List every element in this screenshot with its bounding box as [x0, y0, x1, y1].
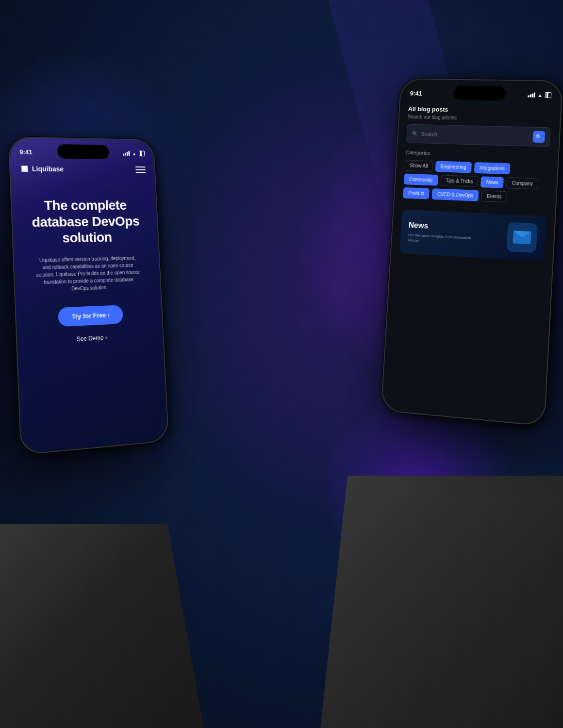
logo-area: Liquibase — [20, 165, 64, 174]
blog-search-subtitle: Search our blog articles — [408, 114, 551, 122]
status-icons-right: ▲ ▌ — [528, 92, 551, 98]
news-card-title: News — [408, 221, 475, 232]
status-time-right: 9:41 — [410, 89, 422, 97]
category-engineering[interactable]: Engineering — [435, 161, 472, 173]
pedestal-left — [0, 524, 204, 728]
envelope-icon — [513, 231, 531, 244]
signal-bar-r2 — [530, 95, 531, 98]
signal-bar-r3 — [531, 94, 533, 98]
news-card-icon — [507, 222, 538, 253]
category-news[interactable]: News — [480, 176, 504, 188]
category-product[interactable]: Product — [403, 187, 430, 199]
category-show-all[interactable]: Show All — [404, 160, 433, 171]
category-integrations[interactable]: Integrations — [474, 162, 510, 174]
news-card[interactable]: News Get the latest insights from innova… — [399, 210, 546, 262]
news-card-description: Get the latest insights from innovation … — [408, 232, 475, 246]
category-tips-tricks[interactable]: Tips & Tricks — [440, 175, 479, 187]
hamburger-line-3 — [136, 172, 146, 173]
logo-text: Liquibase — [32, 165, 64, 173]
hero-description: Liquibase offers version tracking, deplo… — [35, 254, 141, 294]
signal-bar-3 — [127, 152, 128, 156]
hamburger-line-2 — [135, 169, 146, 170]
hamburger-menu-icon[interactable] — [135, 166, 146, 173]
signal-bars-right — [528, 92, 535, 97]
signal-bar-2 — [125, 153, 126, 156]
wifi-icon-right: ▲ — [537, 92, 543, 98]
search-icon: 🔍 — [412, 131, 418, 137]
categories-grid: Show All Engineering Integrations Commun… — [403, 160, 549, 204]
categories-label: Categories — [405, 149, 549, 160]
see-demo-link[interactable]: See Demo › — [77, 334, 107, 342]
category-community[interactable]: Community — [404, 174, 438, 186]
try-free-button[interactable]: Try for Free › — [58, 305, 123, 327]
phone-screen-right: 9:41 ▲ ▌ Al — [381, 79, 562, 425]
battery-icon-right: ▌ — [545, 92, 551, 98]
wifi-icon: ▲ — [132, 151, 137, 156]
phone-screen-left: 9:41 ▲ ▌ — [9, 137, 168, 454]
phone-left: 9:41 ▲ ▌ — [8, 136, 169, 455]
signal-bar-1 — [123, 154, 124, 156]
search-bar[interactable]: 🔍 Search 🔍 — [406, 124, 551, 147]
category-company[interactable]: Company — [506, 177, 539, 189]
signal-bars-left — [123, 151, 130, 156]
pedestal-right — [320, 476, 563, 728]
hero-title: The complete database DevOps solution — [21, 198, 149, 247]
news-card-content: News Get the latest insights from innova… — [408, 221, 475, 247]
category-cicd[interactable]: CI/CD & DevOps — [432, 188, 479, 201]
status-icons-left: ▲ ▌ — [123, 150, 145, 156]
hero-content: The complete database DevOps solution Li… — [11, 178, 168, 454]
battery-icon: ▌ — [139, 151, 145, 157]
blog-screen: 9:41 ▲ ▌ Al — [381, 79, 562, 425]
blog-page-title: All blog posts — [408, 105, 552, 115]
search-submit-button[interactable]: 🔍 — [532, 131, 545, 143]
phone-right: 9:41 ▲ ▌ Al — [381, 79, 563, 427]
logo-icon — [18, 163, 31, 175]
search-input[interactable]: Search — [421, 131, 530, 140]
phone-frame-right: 9:41 ▲ ▌ Al — [381, 79, 563, 427]
signal-bar-4 — [128, 151, 130, 156]
signal-bar-r4 — [533, 93, 535, 98]
hamburger-line-1 — [135, 166, 146, 167]
dynamic-island-right — [453, 85, 506, 100]
home-screen: 9:41 ▲ ▌ — [9, 137, 168, 454]
status-time-left: 9:41 — [19, 148, 33, 155]
dynamic-island-left — [57, 144, 110, 159]
category-events[interactable]: Events — [481, 190, 507, 202]
phone-frame-left: 9:41 ▲ ▌ — [8, 136, 169, 455]
signal-bar-r1 — [528, 95, 529, 97]
